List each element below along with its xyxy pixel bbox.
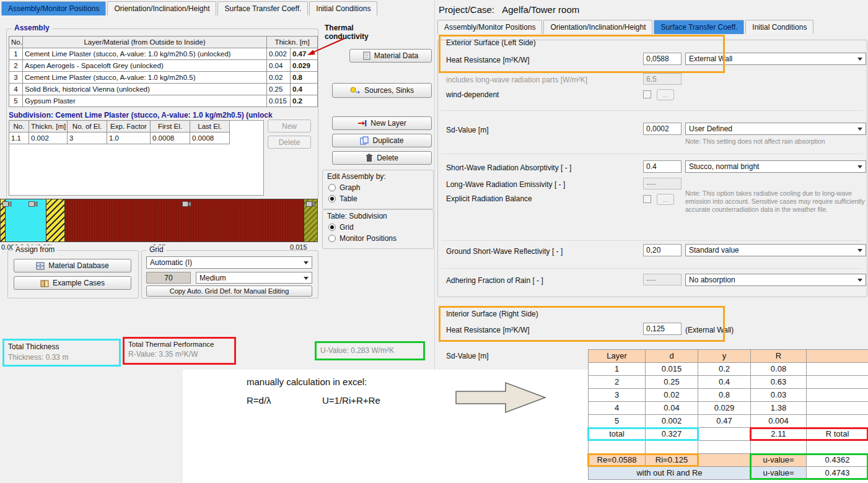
tab-surface-transfer-coeff[interactable]: Surface Transfer Coeff. bbox=[217, 1, 308, 15]
heat-resistance-field[interactable]: 0,0588 bbox=[643, 53, 682, 65]
tab-orientation-inclination-height-right[interactable]: Orientation/Inclination/Height bbox=[543, 20, 652, 34]
radio-monitor-positions[interactable]: Monitor Positions bbox=[328, 234, 397, 243]
lightbulb-arrow-icon bbox=[350, 86, 361, 95]
radio-table[interactable]: Table bbox=[328, 194, 357, 203]
excel-header-row: Layer d y R bbox=[589, 350, 868, 363]
radiation-balance-note: Note: This option takes radiative coolin… bbox=[685, 189, 866, 214]
radiation-balance-more-button[interactable]: ... bbox=[657, 194, 674, 205]
separator bbox=[441, 154, 862, 154]
total-thickness-title: Total Thickness bbox=[8, 342, 115, 351]
assembly-group-title: Assembly bbox=[12, 24, 52, 32]
reflectivity-label: Ground Short-Wave Reflectivity [ - ] bbox=[446, 247, 563, 256]
sd-value-label: Sd-Value [m] bbox=[446, 126, 488, 134]
interior-heat-resistance-label: Heat Resistance [m²K/W] bbox=[446, 326, 530, 334]
sources-sinks-button[interactable]: Sources, Sinks bbox=[332, 83, 432, 98]
reflectivity-field[interactable]: 0,20 bbox=[643, 244, 682, 256]
layer-plaster-mid bbox=[46, 199, 65, 242]
sd-value-field[interactable]: 0,0002 bbox=[643, 123, 682, 135]
wind-dependent-checkbox[interactable] bbox=[643, 90, 651, 98]
monitor-position-icon bbox=[2, 201, 12, 207]
r-value: R-Value: 3.35 m²K/W bbox=[128, 350, 230, 359]
exterior-surface-title: Exterior Surface (Left Side) bbox=[446, 38, 536, 47]
interior-surface-title: Interior Surface (Right Side) bbox=[446, 310, 538, 318]
heat-resistance-label: Heat Resistance [m²K/W] bbox=[446, 56, 530, 64]
radio-grid[interactable]: Grid bbox=[328, 223, 354, 232]
interior-heat-resistance-field[interactable]: 0,125 bbox=[643, 323, 682, 335]
table-row[interactable]: 2 Aspen Aerogels - Spaceloft Grey (unloc… bbox=[9, 60, 318, 72]
delete-layer-button[interactable]: Delete bbox=[332, 151, 432, 165]
duplicate-button[interactable]: Duplicate bbox=[332, 134, 432, 147]
table-row[interactable]: 5 Gypsum Plaster 0.015 0.2 bbox=[9, 95, 318, 107]
insert-layer-icon bbox=[357, 119, 367, 128]
tab-surface-transfer-coeff-right[interactable]: Surface Transfer Coeff. bbox=[654, 20, 744, 34]
radio-circle-icon bbox=[328, 235, 336, 242]
excel-calculation-table: Layer d y R 10.0150.20.08 20.250.40.63 3… bbox=[588, 349, 868, 480]
reflectivity-select[interactable]: Standard value bbox=[685, 244, 866, 256]
radiation-balance-checkbox[interactable] bbox=[643, 195, 651, 203]
table-row[interactable]: 4 Solid Brick, historical Vienna (unlock… bbox=[9, 84, 318, 95]
excel-total-row: total0.3272.11R total bbox=[589, 428, 868, 441]
radiation-balance-label: Explicit Radiation Balance bbox=[446, 194, 532, 203]
tab-assembly-monitor-positions-right[interactable]: Assembly/Monitor Positions bbox=[437, 20, 542, 34]
tab-initial-conditions-right[interactable]: Initial Conditions bbox=[745, 20, 813, 34]
assign-from-title: Assign from bbox=[13, 245, 57, 254]
radio-circle-icon bbox=[328, 224, 336, 231]
red-arrow-annotation bbox=[301, 35, 348, 59]
calc-formula-r: R=d/λ bbox=[247, 395, 271, 406]
separator bbox=[441, 110, 862, 111]
table-row[interactable]: 3 Cement Lime Plaster (stucco, A-value: … bbox=[9, 72, 318, 84]
subdivision-title: Subdivision: Cement Lime Plaster (stucco… bbox=[9, 111, 318, 120]
subdivision-row[interactable]: 1.1 0.002 3 1.0 0.0008 0.0008 bbox=[9, 133, 230, 144]
excel-grid: Layer d y R 10.0150.20.08 20.250.40.63 3… bbox=[588, 349, 868, 480]
tab-initial-conditions[interactable]: Initial Conditions bbox=[309, 1, 377, 15]
grid-mode-select[interactable]: Automatic (I) bbox=[146, 256, 312, 269]
table-row[interactable]: 1 Cement Lime Plaster (stucco, A-value: … bbox=[9, 48, 318, 60]
excel-re-ri-row: Re=0.0588Ri=0.125u-value=0.4362 bbox=[589, 454, 868, 467]
monitor-position-icon bbox=[306, 201, 315, 207]
total-thickness-value: Thickness: 0.33 m bbox=[8, 353, 115, 362]
radio-graph[interactable]: Graph bbox=[328, 183, 360, 192]
copy-icon bbox=[360, 136, 369, 145]
trash-icon bbox=[366, 154, 373, 162]
absorptivity-field[interactable]: 0.4 bbox=[643, 160, 682, 173]
emissivity-field: ---- bbox=[643, 178, 682, 189]
assembly-table-header: No. Layer/Material (from Outside to Insi… bbox=[9, 37, 318, 48]
grid-title: Grid bbox=[147, 245, 166, 254]
tab-orientation-inclination-height[interactable]: Orientation/Inclination/Height bbox=[107, 1, 216, 15]
assembly-cross-section[interactable] bbox=[0, 199, 318, 242]
heat-resistance-select[interactable]: External Wall bbox=[685, 53, 866, 65]
grid-quality-select[interactable]: Medium bbox=[196, 272, 312, 284]
subdivision-new-button[interactable]: New bbox=[268, 120, 311, 133]
table-subdivision-title: Table: Subdivision bbox=[327, 212, 387, 220]
rain-fraction-field: ---- bbox=[643, 274, 682, 285]
sd-value-select[interactable]: User Defined bbox=[685, 123, 866, 135]
new-layer-button[interactable]: New Layer bbox=[332, 116, 432, 130]
copy-grid-button[interactable]: Copy Auto. Grid Def. for Manual Editing bbox=[146, 285, 312, 297]
interior-heat-resistance-note: (External Wall) bbox=[685, 326, 734, 334]
emissivity-label: Long-Wave Radiation Emissivity [ - ] bbox=[446, 180, 565, 189]
material-database-button[interactable]: Material Database bbox=[14, 259, 131, 272]
absorptivity-select[interactable]: Stucco, normal bright bbox=[685, 160, 866, 173]
material-data-button[interactable]: Material Data bbox=[349, 49, 432, 63]
monitor-position-icon bbox=[28, 201, 38, 207]
grid-count-field[interactable]: 70 bbox=[146, 272, 191, 284]
separator bbox=[441, 268, 862, 269]
wufi-window: { "colors":{"active_tab":"#3e8fe0","high… bbox=[0, 0, 868, 483]
subdivision-delete-button[interactable]: Delete bbox=[268, 136, 311, 149]
project-case-header: Project/Case: Agelfa/Tower room bbox=[439, 4, 579, 15]
wind-dependent-more-button[interactable]: ... bbox=[657, 89, 674, 100]
project-case-name: Agelfa/Tower room bbox=[502, 4, 579, 15]
right-tab-bar: Assembly/Monitor Positions Orientation/I… bbox=[437, 20, 813, 34]
wind-dependent-label: wind-dependent bbox=[446, 90, 499, 99]
excel-row: 10.0150.20.08 bbox=[589, 363, 868, 376]
subdivision-table-header: No. Thickn. [m] No. of El. Exp. Factor F… bbox=[9, 121, 230, 133]
left-tab-bar: Assembly/Monitor Positions Orientation/I… bbox=[1, 1, 377, 15]
monitor-position-icon bbox=[182, 201, 191, 207]
excel-row: 30.020.80.03 bbox=[589, 389, 868, 402]
document-icon bbox=[363, 51, 370, 60]
example-cases-button[interactable]: Example Cases bbox=[14, 276, 131, 290]
tab-assembly-monitor-positions[interactable]: Assembly/Monitor Positions bbox=[1, 1, 106, 15]
rain-fraction-select[interactable]: No absorption bbox=[685, 274, 866, 286]
sd-value-note: Note: This setting does not affect rain … bbox=[685, 137, 865, 146]
longwave-parts-field: 6,5 bbox=[643, 73, 682, 85]
